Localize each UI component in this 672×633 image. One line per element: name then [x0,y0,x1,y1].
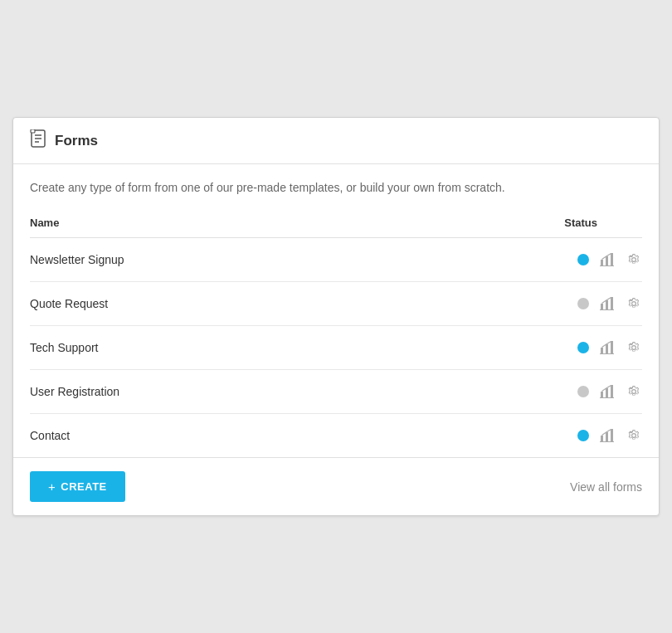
table-row: Quote Request [30,282,642,326]
forms-icon [30,129,46,152]
table-header: Name Status [30,208,642,238]
svg-rect-14 [606,344,608,353]
create-button-label: CREATE [61,480,106,493]
gear-icon[interactable] [626,339,642,356]
svg-rect-10 [606,300,608,309]
status-dot[interactable] [577,386,589,397]
svg-rect-4 [31,129,35,133]
svg-rect-9 [601,304,603,309]
status-dot[interactable] [577,254,589,265]
widget-header: Forms [13,118,659,164]
chart-icon[interactable] [599,339,616,356]
svg-rect-11 [611,297,613,309]
form-name-cell: Newsletter Signup [30,253,577,266]
view-all-link[interactable]: View all forms [570,480,642,494]
description-text: Create any type of form from one of our … [30,164,642,208]
forms-table: Newsletter Signup Quote Request Tech Sup… [30,238,642,457]
form-name-cell: Quote Request [30,297,577,310]
form-actions [577,251,642,268]
form-actions [577,427,642,444]
form-name-cell: Contact [30,429,577,442]
form-actions [577,295,642,312]
form-name-cell: User Registration [30,385,577,398]
table-row: Contact [30,414,642,457]
col-status-label: Status [564,217,642,229]
svg-rect-5 [601,260,603,265]
svg-rect-21 [601,436,603,441]
svg-rect-22 [606,432,608,441]
svg-rect-19 [611,385,613,397]
page-title: Forms [55,133,98,149]
table-row: User Registration [30,370,642,414]
svg-rect-17 [601,392,603,397]
widget-footer: + CREATE View all forms [13,457,659,515]
col-name-label: Name [30,217,564,229]
forms-widget: Forms Create any type of form from one o… [12,117,660,516]
widget-body: Create any type of form from one of our … [13,164,659,457]
gear-icon[interactable] [626,383,642,400]
form-actions [577,383,642,400]
svg-rect-7 [611,253,613,265]
chart-icon[interactable] [599,295,616,312]
chart-icon[interactable] [599,251,616,268]
form-actions [577,339,642,356]
status-dot[interactable] [577,430,589,441]
svg-rect-6 [606,256,608,265]
chart-icon[interactable] [599,383,616,400]
status-dot[interactable] [577,342,589,353]
status-dot[interactable] [577,298,589,309]
form-name-cell: Tech Support [30,341,577,354]
create-plus-icon: + [48,480,56,494]
create-button[interactable]: + CREATE [30,471,125,502]
table-row: Newsletter Signup [30,238,642,282]
gear-icon[interactable] [626,427,642,444]
gear-icon[interactable] [626,251,642,268]
svg-rect-15 [611,341,613,353]
chart-icon[interactable] [599,427,616,444]
svg-rect-13 [601,348,603,353]
table-row: Tech Support [30,326,642,370]
gear-icon[interactable] [626,295,642,312]
svg-rect-18 [606,388,608,397]
svg-rect-23 [611,429,613,441]
